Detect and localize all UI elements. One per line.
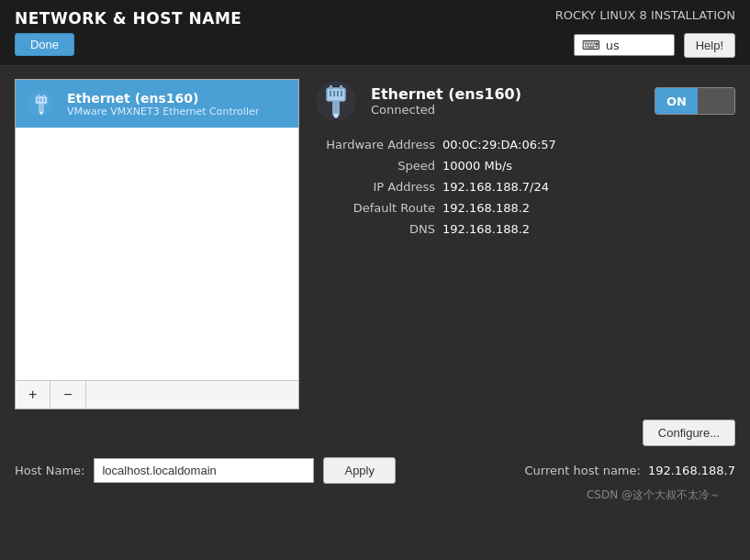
current-hostname: Current host name: 192.168.188.7 xyxy=(524,464,735,477)
header: NETWORK & HOST NAME Done ROCKY LINUX 8 I… xyxy=(0,0,750,66)
dns-row: DNS 192.168.188.2 xyxy=(314,222,735,236)
network-list-body xyxy=(16,128,298,380)
svg-rect-18 xyxy=(341,91,342,96)
content-area: Ethernet (ens160) VMware VMXNET3 Etherne… xyxy=(15,79,735,446)
configure-button[interactable]: Configure... xyxy=(643,420,735,446)
network-item-desc: VMware VMXNET3 Ethernet Controller xyxy=(67,106,289,118)
svg-point-5 xyxy=(40,112,43,115)
main-content: Ethernet (ens160) VMware VMXNET3 Etherne… xyxy=(0,66,750,560)
toggle-switch[interactable]: ON xyxy=(655,87,735,115)
svg-rect-2 xyxy=(38,95,39,97)
ip-address-row: IP Address 192.168.188.7/24 xyxy=(314,180,735,194)
dns-value: 192.168.188.2 xyxy=(442,222,530,236)
done-button[interactable]: Done xyxy=(15,33,74,56)
detail-name-status: Ethernet (ens160) Connected xyxy=(371,85,521,117)
toggle-off xyxy=(698,88,734,114)
speed-value: 10000 Mb/s xyxy=(442,159,512,173)
add-network-button[interactable]: + xyxy=(16,381,50,409)
network-list-item[interactable]: Ethernet (ens160) VMware VMXNET3 Etherne… xyxy=(16,80,298,128)
svg-rect-3 xyxy=(43,95,45,97)
current-hostname-label: Current host name: xyxy=(524,464,640,477)
default-route-value: 192.168.188.2 xyxy=(442,201,530,215)
watermark: CSDN @这个大叔不太冷～ xyxy=(15,484,735,503)
svg-rect-12 xyxy=(340,85,342,90)
keyboard-icon: ⌨ xyxy=(582,38,600,52)
detail-footer: Configure... xyxy=(314,420,735,446)
speed-label: Speed xyxy=(314,159,442,173)
install-title: ROCKY LINUX 8 INSTALLATION xyxy=(555,8,735,22)
detail-status: Connected xyxy=(371,103,521,117)
default-route-row: Default Route 192.168.188.2 xyxy=(314,201,735,215)
network-item-name: Ethernet (ens160) xyxy=(67,91,289,106)
svg-rect-7 xyxy=(40,98,42,102)
keyboard-widget[interactable]: ⌨ us xyxy=(574,34,675,56)
hostname-row: Host Name: Apply Current host name: 192.… xyxy=(15,457,735,484)
svg-rect-8 xyxy=(44,98,46,102)
hardware-address-value: 00:0C:29:DA:06:57 xyxy=(442,138,556,151)
detail-header: Ethernet (ens160) Connected ON xyxy=(314,79,735,123)
svg-rect-6 xyxy=(38,98,39,102)
speed-row: Speed 10000 Mb/s xyxy=(314,159,735,173)
svg-point-14 xyxy=(334,114,339,118)
network-detail-panel: Ethernet (ens160) Connected ON Hardware … xyxy=(314,79,735,446)
svg-rect-15 xyxy=(330,91,331,96)
hardware-address-row: Hardware Address 00:0C:29:DA:06:57 xyxy=(314,138,735,151)
hardware-address-label: Hardware Address xyxy=(314,138,442,151)
hostname-label: Host Name: xyxy=(15,464,84,477)
header-right: ROCKY LINUX 8 INSTALLATION ⌨ us Help! xyxy=(555,8,735,58)
svg-rect-17 xyxy=(337,91,339,96)
hostname-input[interactable] xyxy=(94,458,314,483)
toggle-on: ON xyxy=(655,88,698,114)
default-route-label: Default Route xyxy=(314,201,442,215)
detail-ethernet-icon xyxy=(314,79,358,123)
remove-network-button[interactable]: − xyxy=(50,381,85,409)
detail-header-left: Ethernet (ens160) Connected xyxy=(314,79,521,123)
ethernet-icon xyxy=(25,87,58,120)
dns-label: DNS xyxy=(314,222,442,236)
network-list-controls: + − xyxy=(16,380,298,409)
ip-address-value: 192.168.188.7/24 xyxy=(442,180,549,194)
svg-rect-16 xyxy=(333,91,335,96)
svg-rect-11 xyxy=(330,85,332,90)
detail-info: Hardware Address 00:0C:29:DA:06:57 Speed… xyxy=(314,138,735,410)
keyboard-lang: us xyxy=(606,39,620,52)
network-list-panel: Ethernet (ens160) VMware VMXNET3 Etherne… xyxy=(15,79,299,446)
network-item-info: Ethernet (ens160) VMware VMXNET3 Etherne… xyxy=(67,91,289,118)
page-title: NETWORK & HOST NAME xyxy=(15,9,241,28)
help-button[interactable]: Help! xyxy=(684,33,735,58)
ip-address-label: IP Address xyxy=(314,180,442,194)
detail-name: Ethernet (ens160) xyxy=(371,85,521,103)
network-list: Ethernet (ens160) VMware VMXNET3 Etherne… xyxy=(15,79,299,409)
apply-button[interactable]: Apply xyxy=(323,457,396,484)
current-hostname-value: 192.168.188.7 xyxy=(648,464,735,477)
header-left: NETWORK & HOST NAME Done xyxy=(15,9,241,56)
